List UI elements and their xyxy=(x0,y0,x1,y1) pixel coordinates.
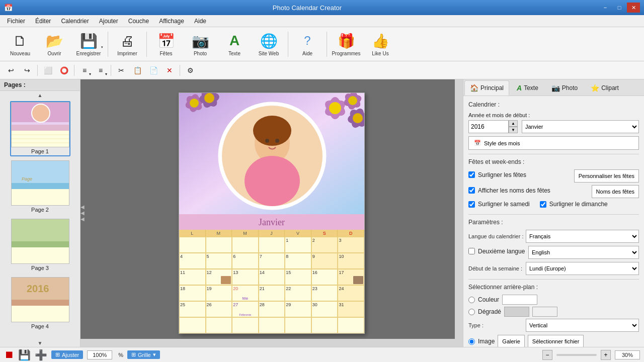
cal-thumb-17 xyxy=(353,276,363,284)
parametres-section: Paramètres : Langue du calendrier : Fran… xyxy=(468,219,639,275)
page-thumb-4[interactable]: 2016 Page 4 xyxy=(10,276,70,331)
page-thumb-1[interactable]: Page 1 xyxy=(10,101,70,156)
zoom-minus-button[interactable]: − xyxy=(542,350,552,360)
page-thumb-2[interactable]: Page Page 2 xyxy=(10,159,70,215)
maximize-button[interactable]: □ xyxy=(613,3,626,13)
degrade-radio[interactable] xyxy=(468,309,475,315)
programmes-button[interactable]: 🎁 Programmes xyxy=(330,30,362,59)
menu-affichage[interactable]: Affichage xyxy=(154,15,189,27)
aide-button[interactable]: ? Aide xyxy=(291,30,324,59)
mois-select[interactable]: Janvier Février Mars Avril Mai Juin Juil… xyxy=(522,120,639,133)
tab-clipart-icon: ⭐ xyxy=(591,84,599,92)
langue-select[interactable]: Français English Deutsch Español xyxy=(526,230,639,243)
surligner-dimanche-checkbox[interactable] xyxy=(540,201,546,208)
menu-aide[interactable]: Aide xyxy=(189,15,211,27)
fetes-label: Fêtes xyxy=(159,51,172,56)
canvas-scrollbar-v[interactable] xyxy=(455,79,463,347)
settings-button[interactable]: ⚙ xyxy=(183,64,197,77)
collapse-arrow-3[interactable]: ◀ xyxy=(80,217,85,222)
programmes-icon: 🎁 xyxy=(337,32,355,50)
tab-clipart[interactable]: ⭐ Clipart xyxy=(585,80,624,96)
photo-button[interactable]: 📷 Photo xyxy=(184,30,216,59)
t2-sep-2 xyxy=(74,65,74,76)
tab-photo-icon: 📷 xyxy=(551,84,560,92)
select-rect-button[interactable]: ⬜ xyxy=(41,64,55,77)
minimize-button[interactable]: − xyxy=(599,3,612,13)
menu-couche[interactable]: Couche xyxy=(123,15,154,27)
texte-button[interactable]: A Texte xyxy=(218,30,251,59)
collapse-arrow-1[interactable]: ◀ xyxy=(80,205,85,210)
tab-photo[interactable]: 📷 Photo xyxy=(546,80,583,96)
toolbar-sep-4 xyxy=(327,32,327,57)
imprimer-button[interactable]: 🖨 Imprimer xyxy=(111,30,143,59)
personnaliser-fetes-button[interactable]: Personnaliser les fêtes xyxy=(574,169,639,183)
page-thumb-3[interactable]: Page 3 xyxy=(10,218,70,273)
stop-button[interactable]: ⏹ xyxy=(4,349,14,360)
undo-button[interactable]: ↩ xyxy=(4,64,18,77)
tab-texte[interactable]: A Texte xyxy=(511,80,544,96)
couleur-swatch[interactable] xyxy=(502,295,537,305)
menu-fichier[interactable]: Fichier xyxy=(2,15,30,27)
right-panel-tabs: 🏠 Principal A Texte 📷 Photo ⭐ Clipart xyxy=(463,79,644,96)
save-small-button[interactable]: 💾 xyxy=(18,349,31,361)
svg-text:2016: 2016 xyxy=(27,283,49,294)
align-left-button[interactable]: ≡ ▾ xyxy=(77,64,92,77)
collapse-arrow-2[interactable]: ◀ xyxy=(80,211,85,216)
pages-scroll-down[interactable]: ▼ xyxy=(0,339,80,347)
copy-button[interactable]: 📋 xyxy=(130,64,144,77)
type-select[interactable]: Vertical Horizontal xyxy=(526,319,639,332)
menu-editer[interactable]: Éditer xyxy=(30,15,56,27)
surligner-samedi-checkbox[interactable] xyxy=(468,201,475,208)
degrade-swatch-2[interactable] xyxy=(532,307,557,317)
image-radio[interactable] xyxy=(468,338,475,345)
selectionner-fichier-button[interactable]: Sélectionner fichier xyxy=(528,335,584,347)
redo-button[interactable]: ↪ xyxy=(20,64,34,77)
tab-principal[interactable]: 🏠 Principal xyxy=(464,80,509,96)
menu-calendrier[interactable]: Calendrier xyxy=(56,15,94,27)
cal-cell-e3 xyxy=(232,317,259,333)
menu-ajouter[interactable]: Ajouter xyxy=(94,15,123,27)
delete-button[interactable]: ✕ xyxy=(163,64,177,77)
zoom-slider[interactable] xyxy=(556,354,597,356)
canvas-scrollbar-h[interactable] xyxy=(80,339,455,347)
ajuster-button[interactable]: ⊞ Ajuster xyxy=(51,350,83,359)
page-thumb-preview-3 xyxy=(12,219,69,264)
galerie-button[interactable]: Galerie xyxy=(498,335,524,347)
zoom-plus-button[interactable]: + xyxy=(601,350,611,360)
degrade-swatch-1[interactable] xyxy=(504,307,529,317)
year-spin-down[interactable]: ▼ xyxy=(509,127,518,133)
canvas-area[interactable]: ◀ ◀ ◀ xyxy=(80,79,463,347)
pages-scroll-up[interactable]: ▲ xyxy=(0,91,80,99)
app-icon: 📅 xyxy=(4,4,13,12)
surligner-fetes-checkbox[interactable] xyxy=(468,171,475,178)
year-spin-up[interactable]: ▲ xyxy=(509,120,518,127)
pages-panel: Pages : ▲ Page 1 xyxy=(0,79,80,347)
year-input[interactable]: 2016 xyxy=(468,120,509,133)
couleur-radio[interactable] xyxy=(468,297,475,303)
add-page-button[interactable]: ➕ xyxy=(35,349,47,361)
align-right-button[interactable]: ≡ ▾ xyxy=(94,64,108,77)
afficher-noms-check-wrap: Afficher les noms des fêtes xyxy=(468,187,550,194)
enregistrer-button[interactable]: 💾 Enregistrer ▾ xyxy=(72,30,105,59)
cut-button[interactable]: ✂ xyxy=(114,64,128,77)
paste-button[interactable]: 📄 xyxy=(146,64,160,77)
nouveau-button[interactable]: 🗋 Nouveau xyxy=(4,30,36,59)
ouvrir-button[interactable]: 📂 Ouvrir xyxy=(38,30,70,59)
deuxieme-langue-checkbox[interactable] xyxy=(468,248,475,254)
select-round-button[interactable]: ⭕ xyxy=(57,64,71,77)
cal-cell-28: 28 xyxy=(259,301,285,317)
langue-label: Langue du calendrier : xyxy=(468,233,524,239)
background-flowers xyxy=(179,93,364,214)
close-button[interactable]: ✕ xyxy=(627,3,640,13)
likeus-button[interactable]: 👍 Like Us xyxy=(364,30,396,59)
style-des-mois-button[interactable]: 📅 Style des mois xyxy=(468,136,639,150)
debut-semaine-select[interactable]: Lundi (Europe) Dimanche (USA) xyxy=(526,262,639,275)
deuxieme-langue-select[interactable]: English Français Deutsch xyxy=(528,246,639,259)
deuxieme-langue-label: Deuxième langue xyxy=(478,248,525,255)
fetes-button[interactable]: 📅 Fêtes xyxy=(150,30,182,59)
grille-button[interactable]: ⊞ Grille ▾ xyxy=(127,350,160,359)
svg-point-49 xyxy=(253,116,291,146)
noms-fetes-button[interactable]: Noms des fêtes xyxy=(592,185,639,198)
afficher-noms-checkbox[interactable] xyxy=(468,187,475,194)
siteweb-button[interactable]: 🌐 Site Web xyxy=(253,30,285,59)
